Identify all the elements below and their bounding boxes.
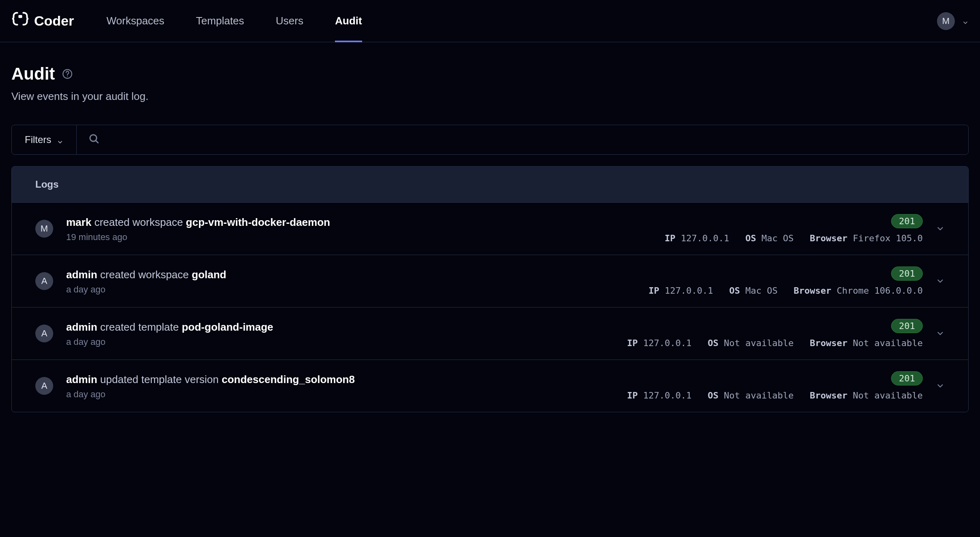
log-details: IP 127.0.0.1 OS Mac OS Browser Firefox 1… — [665, 233, 923, 243]
log-row[interactable]: A admin created workspace goland a day a… — [12, 255, 968, 307]
log-avatar: A — [35, 272, 53, 290]
search-box — [77, 125, 968, 154]
coder-logo-icon — [11, 11, 29, 32]
log-details: IP 127.0.0.1 OS Mac OS Browser Chrome 10… — [648, 286, 923, 296]
nav-templates[interactable]: Templates — [196, 0, 244, 42]
log-row[interactable]: A admin updated template version condesc… — [12, 359, 968, 412]
filters-button[interactable]: Filters — [12, 125, 77, 154]
log-row[interactable]: A admin created template pod-goland-imag… — [12, 307, 968, 359]
page-title: Audit — [11, 64, 55, 84]
log-main: admin updated template version condescen… — [66, 372, 614, 400]
chevron-down-icon[interactable] — [936, 381, 945, 390]
log-actor: mark — [66, 216, 91, 228]
app-header: Coder Workspaces Templates Users Audit M — [0, 0, 980, 42]
log-target: pod-goland-image — [182, 321, 273, 333]
log-description: admin created template pod-goland-image — [66, 320, 614, 334]
log-main: admin created workspace goland a day ago — [66, 267, 635, 295]
nav-users[interactable]: Users — [276, 0, 303, 42]
log-meta: 201 IP 127.0.0.1 OS Not available Browse… — [627, 319, 923, 348]
log-description: mark created workspace gcp-vm-with-docke… — [66, 215, 652, 230]
log-action: created workspace — [100, 268, 192, 281]
nav-audit[interactable]: Audit — [335, 0, 362, 42]
log-main: admin created template pod-goland-image … — [66, 320, 614, 347]
log-target: goland — [192, 268, 226, 281]
status-badge: 201 — [891, 371, 923, 385]
chevron-down-icon[interactable] — [936, 329, 945, 338]
status-badge: 201 — [891, 319, 923, 333]
log-meta: 201 IP 127.0.0.1 OS Not available Browse… — [627, 371, 923, 401]
log-meta: 201 IP 127.0.0.1 OS Mac OS Browser Firef… — [665, 214, 923, 243]
logs-panel: Logs M mark created workspace gcp-vm-wit… — [11, 166, 969, 412]
page-title-row: Audit — [11, 64, 969, 84]
chevron-down-icon — [962, 18, 969, 24]
chevron-down-icon — [57, 136, 63, 143]
log-meta: 201 IP 127.0.0.1 OS Mac OS Browser Chrom… — [648, 266, 923, 296]
log-actor: admin — [66, 321, 97, 333]
header-user-area[interactable]: M — [937, 12, 969, 30]
svg-rect-0 — [18, 15, 22, 18]
status-badge: 201 — [891, 214, 923, 228]
main-nav: Workspaces Templates Users Audit — [106, 0, 362, 42]
log-target: condescending_solomon8 — [222, 373, 355, 385]
log-timestamp: a day ago — [66, 284, 635, 295]
logs-header: Logs — [12, 167, 968, 202]
brand-name: Coder — [34, 13, 74, 29]
log-action: updated template version — [100, 373, 222, 385]
help-icon[interactable] — [62, 69, 73, 79]
chevron-down-icon[interactable] — [936, 277, 945, 286]
log-timestamp: 19 minutes ago — [66, 232, 652, 243]
nav-workspaces[interactable]: Workspaces — [106, 0, 164, 42]
log-main: mark created workspace gcp-vm-with-docke… — [66, 215, 652, 243]
log-timestamp: a day ago — [66, 389, 614, 400]
chevron-down-icon[interactable] — [936, 224, 945, 233]
svg-line-4 — [96, 141, 98, 143]
log-avatar: A — [35, 325, 53, 342]
search-input[interactable] — [107, 134, 957, 145]
log-timestamp: a day ago — [66, 337, 614, 347]
log-description: admin created workspace goland — [66, 267, 635, 282]
log-actor: admin — [66, 373, 97, 385]
log-row[interactable]: M mark created workspace gcp-vm-with-doc… — [12, 202, 968, 255]
user-avatar: M — [937, 12, 955, 30]
log-action: created workspace — [94, 216, 186, 228]
log-actor: admin — [66, 268, 97, 281]
log-avatar: A — [35, 377, 53, 395]
log-details: IP 127.0.0.1 OS Not available Browser No… — [627, 390, 923, 401]
log-description: admin updated template version condescen… — [66, 372, 614, 387]
search-icon — [88, 133, 99, 147]
filter-bar: Filters — [11, 125, 969, 155]
status-badge: 201 — [891, 266, 923, 281]
log-action: created template — [100, 321, 182, 333]
page-subtitle: View events in your audit log. — [11, 90, 969, 103]
log-target: gcp-vm-with-docker-daemon — [186, 216, 330, 228]
log-avatar: M — [35, 220, 53, 238]
brand-logo[interactable]: Coder — [11, 11, 74, 32]
log-details: IP 127.0.0.1 OS Not available Browser No… — [627, 338, 923, 348]
filters-button-label: Filters — [25, 134, 51, 145]
page-content: Audit View events in your audit log. Fil… — [0, 42, 980, 424]
